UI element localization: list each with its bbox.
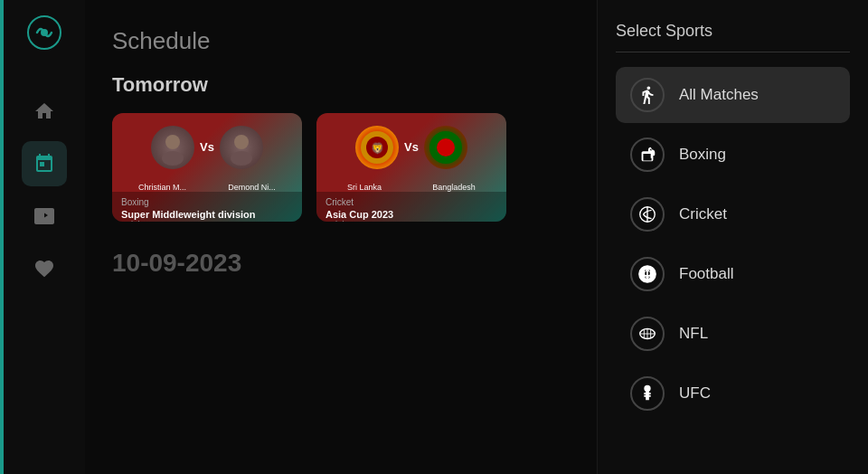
team2-avatar [424,126,467,169]
main-content: Schedule Tomorrow Vs [85,0,597,474]
match-cards-container: Vs Christian M... Demond Ni... Boxing Su… [112,113,570,222]
sport-icon-boxing [630,137,665,172]
sport-label-nfl: NFL [679,325,708,343]
date-label: 10-09-2023 [112,249,570,278]
team2-name: Bangladesh [432,183,476,192]
cricket-vs: Vs [404,140,419,154]
sidebar-item-video[interactable] [22,194,67,239]
team1-name: Sri Lanka [347,183,382,192]
cricket-teams: 🦁 Vs [316,113,506,181]
sport-item-all-matches[interactable]: All Matches [616,67,850,123]
sidebar [4,0,85,474]
panel-title: Select Sports [616,22,850,41]
schedule-title: Schedule [112,27,570,55]
boxing-datetime: 09/9/23 - 04:00 AM [121,220,293,222]
boxer1-avatar [151,126,194,169]
sport-icon-football [630,257,665,291]
sport-label-football: Football [679,265,733,283]
team1-avatar: 🦁 [355,126,399,169]
right-panel: Select Sports All MatchesBoxingCricketFo… [597,0,868,474]
panel-divider [616,52,850,52]
svg-point-3 [162,151,184,166]
boxing-match-card[interactable]: Vs Christian M... Demond Ni... Boxing Su… [112,113,302,222]
svg-point-4 [234,135,249,149]
sport-icon-all-matches [630,78,665,112]
boxing-sport-label: Boxing [121,197,293,207]
sport-icon-ufc [630,376,665,411]
sport-item-cricket[interactable]: Cricket [616,186,850,242]
svg-point-1 [41,29,48,36]
tomorrow-label: Tomorrow [112,73,570,97]
svg-point-5 [231,151,252,166]
cricket-names: Sri Lanka Bangladesh [316,183,506,192]
sidebar-item-home[interactable] [22,89,67,134]
sport-item-nfl[interactable]: NFL [616,306,850,362]
cricket-card-info: Cricket Asia Cup 2023 09/9/23 - 12:30 PM [316,192,506,222]
boxing-event-name: Super Middleweight division [121,209,293,220]
boxer2-avatar [220,126,263,169]
sidebar-item-schedule[interactable] [22,141,67,186]
cricket-sport-label: Cricket [326,197,497,207]
svg-point-10 [437,138,455,156]
sidebar-item-favorites[interactable] [22,246,67,291]
cricket-match-card[interactable]: 🦁 Vs Sri Lanka Bangladesh Cricket [316,113,506,222]
cricket-datetime: 09/9/23 - 12:30 PM [326,220,497,222]
boxing-teams: Vs [112,113,302,181]
boxing-names: Christian M... Demond Ni... [112,183,302,192]
sport-item-ufc[interactable]: UFC [616,365,850,422]
sport-icon-cricket [630,197,665,232]
svg-text:🦁: 🦁 [371,141,384,155]
sports-list: All MatchesBoxingCricketFootballNFLUFC [616,67,850,422]
svg-point-2 [165,135,180,149]
boxer2-name: Demond Ni... [228,183,276,192]
boxing-card-info: Boxing Super Middleweight division 09/9/… [112,192,302,222]
sport-icon-nfl [630,317,665,351]
sport-item-boxing[interactable]: Boxing [616,127,850,183]
boxer1-name: Christian M... [138,183,186,192]
cricket-event-name: Asia Cup 2023 [326,209,497,220]
sport-label-all-matches: All Matches [679,86,759,104]
sport-label-boxing: Boxing [679,146,726,164]
sport-label-cricket: Cricket [679,205,727,223]
boxing-vs: Vs [200,140,214,154]
sport-item-football[interactable]: Football [616,246,850,302]
app-logo [26,14,62,54]
sport-label-ufc: UFC [679,384,711,403]
